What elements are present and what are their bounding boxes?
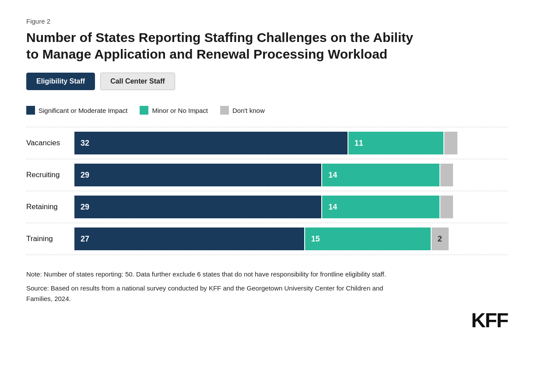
legend-item-significant: Significant or Moderate Impact [26,106,127,115]
legend-swatch-significant [26,106,35,115]
bar-segment-green-1: 14 [322,164,439,186]
row-label-recruiting: Recruiting [26,171,74,179]
legend-item-minor: Minor or No Impact [140,106,208,115]
bar-segment-green-2: 14 [322,196,439,218]
tab-call-center-staff[interactable]: Call Center Staff [100,73,175,90]
chart-row: Retaining2914 [26,191,508,223]
tab-eligibility-staff[interactable]: Eligibility Staff [26,73,95,90]
legend: Significant or Moderate Impact Minor or … [26,106,508,115]
bar-container-retaining: 2914 [74,196,508,218]
bar-segment-gray-1 [440,164,453,186]
legend-swatch-dontknow [220,106,229,115]
bar-segment-gray-0 [444,132,457,154]
legend-label-dontknow: Don't know [232,107,265,114]
bar-container-vacancies: 3211 [74,132,508,154]
bar-segment-green-3: 15 [305,228,431,250]
note-1: Note: Number of states reporting: 50. Da… [26,269,403,280]
notes-section: Note: Number of states reporting: 50. Da… [26,269,403,304]
bar-segment-gray-3: 2 [432,228,449,250]
chart-area: Vacancies3211Recruiting2914Retaining2914… [26,127,508,255]
bar-container-training: 27152 [74,228,508,250]
bar-container-recruiting: 2914 [74,164,508,186]
legend-item-dontknow: Don't know [220,106,265,115]
bar-segment-blue-3: 27 [74,228,304,250]
row-label-training: Training [26,234,74,243]
row-label-vacancies: Vacancies [26,139,74,147]
row-label-retaining: Retaining [26,203,74,211]
chart-row: Vacancies3211 [26,127,508,159]
bar-segment-green-0: 11 [348,132,444,154]
kff-logo: KFF [471,308,508,332]
bar-segment-gray-2 [440,196,453,218]
legend-label-minor: Minor or No Impact [152,107,208,114]
chart-row: Training27152 [26,223,508,255]
tab-row: Eligibility Staff Call Center Staff [26,73,508,90]
footer-row: KFF [26,308,508,332]
bar-segment-blue-0: 32 [74,132,348,154]
chart-title: Number of States Reporting Staffing Chal… [26,29,420,62]
legend-swatch-minor [140,106,148,115]
figure-label: Figure 2 [26,18,508,25]
chart-row: Recruiting2914 [26,159,508,191]
bar-segment-blue-2: 29 [74,196,321,218]
note-2: Source: Based on results from a national… [26,283,403,304]
bar-segment-blue-1: 29 [74,164,321,186]
legend-label-significant: Significant or Moderate Impact [39,107,127,114]
